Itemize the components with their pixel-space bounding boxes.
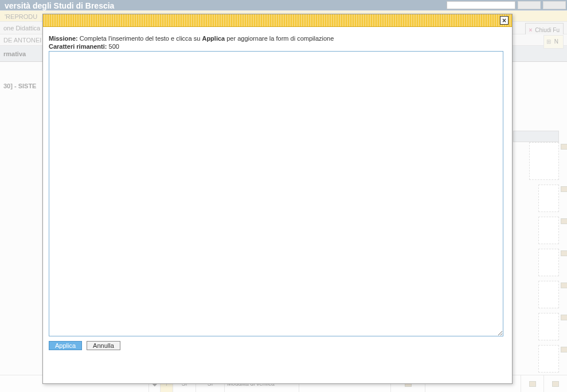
instruction-pre: Completa l'inserimento del testo e clicc… [80,35,201,42]
chars-value: 500 [109,43,119,50]
modal-body: Missione: Completa l'inserimento del tes… [43,27,512,356]
instruction-post: per aggiornare la form di compilazione [226,35,334,42]
apply-button[interactable]: Applica [49,341,82,350]
chars-label: Caratteri rimanenti: [49,43,107,50]
close-icon: × [502,17,506,24]
mission-textarea[interactable] [49,51,503,336]
modal-close-button[interactable]: × [500,16,509,25]
text-editor-modal: × Missione: Completa l'inserimento del t… [42,14,513,384]
instruction-action: Applica [202,35,225,42]
modal-titlebar: × [43,14,512,27]
modal-instruction: Missione: Completa l'inserimento del tes… [49,35,506,42]
chars-remaining: Caratteri rimanenti: 500 [49,43,506,50]
field-label: Missione: [49,35,78,42]
cancel-button[interactable]: Annulla [87,341,120,350]
modal-button-row: Applica Annulla [49,341,506,350]
